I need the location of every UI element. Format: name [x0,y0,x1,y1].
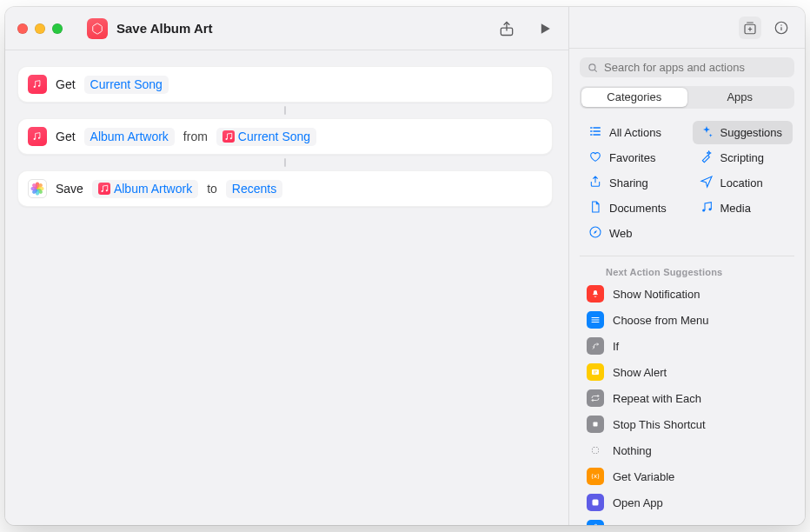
svg-point-2 [38,85,40,87]
category-scripting[interactable]: Scripting [693,146,793,170]
category-label: Suggestions [720,126,783,139]
suggestion-item[interactable]: Show Alert [580,359,794,385]
music-app-icon [28,127,47,146]
heart-icon [588,150,602,166]
svg-point-5 [225,137,227,139]
svg-point-22 [702,209,705,212]
section-header: Next Action Suggestions [580,262,794,281]
svg-point-17 [106,190,108,191]
branch-icon [587,337,604,355]
keyword: from [183,130,208,143]
alert-icon [587,363,604,381]
safari-icon [588,225,602,242]
category-all-actions[interactable]: All Actions [581,121,682,144]
category-label: Favorites [609,151,655,164]
suggestion-label: If [613,340,619,353]
zoom-window-button[interactable] [52,23,63,34]
run-button[interactable] [534,16,556,42]
app-icon [587,494,604,511]
music-mini-icon [222,130,235,143]
suggestion-item[interactable]: If [580,333,794,359]
wand-icon [700,150,714,166]
sidebar-toolbar [569,7,805,49]
category-media[interactable]: Media [693,196,793,220]
svg-point-23 [708,208,711,210]
suggestion-item[interactable]: Repeat with Each [580,385,794,411]
info-button[interactable] [770,17,793,39]
photos-app-icon [28,179,47,198]
svg-rect-25 [592,369,599,375]
category-label: Scripting [720,151,765,164]
action-verb: Get [56,77,76,91]
suggestion-label: Choose from Menu [613,314,709,327]
tab-categories[interactable]: Categories [581,88,687,107]
search-input[interactable] [604,61,787,74]
action-card[interactable]: SaveAlbum ArtworktoRecents [17,170,553,207]
variable-icon [587,468,604,485]
category-grid: All ActionsSuggestionsFavoritesScripting… [580,119,794,256]
suggestion-label: Repeat with Each [613,392,701,405]
category-label: Sharing [609,176,648,190]
link-icon [587,520,604,525]
svg-rect-27 [593,448,599,454]
suggestion-list: Show NotificationChoose from MenuIfShow … [580,281,794,525]
menu-icon [587,311,604,329]
svg-point-6 [230,137,232,139]
variable-token[interactable]: Album Artwork [84,128,175,146]
share-button[interactable] [495,16,518,42]
music-icon [700,200,714,216]
variable-token[interactable]: Recents [226,180,282,198]
suggestion-label: Stop This Shortcut [613,418,706,431]
list-icon [588,124,602,141]
category-documents[interactable]: Documents [581,196,682,220]
category-suggestions[interactable]: Suggestions [693,121,793,144]
library-tabs: Categories Apps [580,86,794,109]
category-location[interactable]: Location [693,171,793,195]
close-window-button[interactable] [17,23,28,34]
variable-token[interactable]: Current Song [216,128,316,146]
titlebar: Save Album Art [5,7,568,50]
minimize-window-button[interactable] [35,23,45,34]
suggestion-item[interactable]: Open App [580,489,794,515]
shortcut-icon[interactable] [87,18,108,39]
action-verb: Get [56,130,76,143]
category-label: Location [720,176,763,190]
category-web[interactable]: Web [581,222,682,245]
music-mini-icon [98,183,110,195]
bell-icon [587,285,604,303]
suggestion-item[interactable]: Choose from Menu [580,307,794,333]
suggestion-item[interactable]: Nothing [580,437,794,463]
category-sharing[interactable]: Sharing [581,171,682,195]
nothing-icon [587,442,604,459]
music-app-icon [28,75,47,94]
keyword: to [207,182,217,196]
suggestion-label: Nothing [613,444,652,457]
sparkle-icon [700,124,714,141]
shortcut-title[interactable]: Save Album Art [116,21,213,36]
action-connector [17,155,553,170]
svg-point-20 [780,24,781,25]
variable-token[interactable]: Album Artwork [92,180,198,198]
category-label: Media [720,202,751,215]
category-label: Web [609,227,633,240]
suggestion-item[interactable]: Show Notification [580,281,794,307]
svg-point-3 [34,138,36,140]
svg-rect-26 [594,422,598,427]
library-button[interactable] [739,17,761,39]
search-field[interactable] [580,57,794,77]
navigate-icon [700,175,714,191]
svg-point-21 [589,64,595,70]
suggestion-item[interactable]: Get Variable [580,463,794,489]
suggestion-item[interactable]: URL [580,515,794,525]
action-card[interactable]: GetCurrent Song [17,66,553,103]
editor-canvas[interactable]: GetCurrent SongGetAlbum ArtworkfromCurre… [5,50,568,525]
doc-icon [588,200,602,216]
repeat-icon [587,389,604,407]
variable-token[interactable]: Current Song [84,76,169,94]
svg-point-4 [38,137,40,139]
category-favorites[interactable]: Favorites [581,146,682,170]
tab-apps[interactable]: Apps [687,88,793,107]
suggestion-item[interactable]: Stop This Shortcut [580,411,794,437]
action-connector [17,103,553,118]
action-card[interactable]: GetAlbum ArtworkfromCurrent Song [17,118,553,155]
